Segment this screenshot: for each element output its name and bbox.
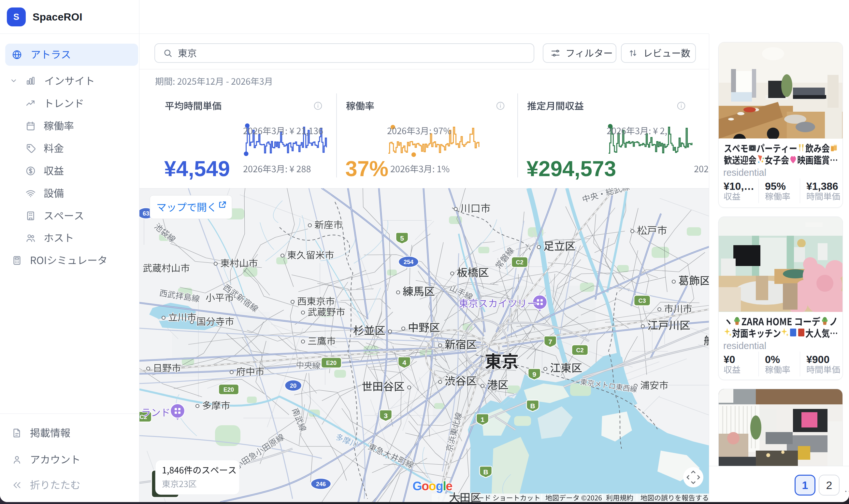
svg-text:246: 246	[316, 481, 326, 487]
svg-text:20: 20	[290, 382, 297, 389]
svg-text:5: 5	[400, 234, 404, 242]
svg-text:C3: C3	[638, 298, 646, 304]
svg-text:254: 254	[404, 259, 413, 265]
svg-text:63: 63	[143, 210, 149, 217]
svg-text:4: 4	[402, 359, 406, 366]
svg-text:E20: E20	[326, 360, 337, 366]
svg-text:B: B	[530, 402, 535, 410]
svg-text:9: 9	[532, 371, 536, 378]
svg-text:1: 1	[480, 416, 484, 423]
svg-text:E20: E20	[224, 386, 234, 393]
svg-text:C2: C2	[516, 259, 523, 266]
svg-text:C2: C2	[576, 347, 583, 354]
svg-text:7: 7	[548, 338, 552, 345]
svg-text:B: B	[483, 468, 488, 476]
svg-text:3: 3	[384, 412, 388, 419]
svg-text:Google: Google	[412, 479, 452, 493]
